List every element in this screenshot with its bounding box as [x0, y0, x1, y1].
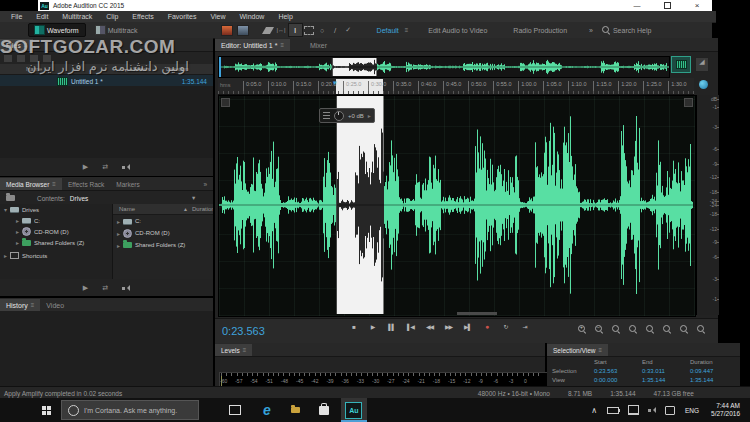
media-col-name[interactable]: Name	[119, 206, 135, 212]
fast-forward-button[interactable]: ▶▶	[442, 323, 455, 330]
levels-menu-icon[interactable]: ≡	[243, 347, 247, 353]
media-tab-overflow[interactable]: »	[197, 178, 213, 190]
expand-icon[interactable]: ▸	[4, 252, 7, 259]
expand-icon[interactable]: ▸	[117, 242, 120, 249]
contents-dropdown-icon[interactable]: ▾	[192, 194, 195, 202]
expand-icon[interactable]: ▸	[117, 230, 120, 237]
sv-view-start[interactable]: 0:00.000	[594, 377, 642, 383]
zoom-navigator-icon[interactable]	[699, 80, 708, 89]
spectral-pitch-display-button[interactable]	[238, 26, 248, 35]
menu-favorites[interactable]: Favorites	[161, 13, 204, 20]
search-help-field[interactable]: Search Help	[613, 27, 652, 34]
move-playhead-previous-button[interactable]: ▌◀	[404, 323, 417, 330]
expand-icon[interactable]: ▸	[16, 239, 19, 246]
tree-item-shared[interactable]: ▸ Shared Folders (Z)	[0, 237, 112, 248]
files-panel-menu-icon[interactable]: ≡	[24, 42, 28, 48]
sv-selection-duration[interactable]: 0:09.447	[690, 368, 740, 374]
tab-markers[interactable]: Markers	[110, 178, 145, 190]
action-center-icon[interactable]	[665, 406, 675, 415]
preview-speaker-icon[interactable]	[122, 285, 130, 292]
zoom-out-button[interactable]: −	[594, 324, 604, 334]
menu-effects[interactable]: Effects	[125, 13, 160, 20]
workspace-edit-audio-to-video-button[interactable]: Edit Audio to Video	[428, 27, 487, 34]
tab-levels[interactable]: Levels ≡	[215, 344, 252, 356]
playhead-caret-icon[interactable]: ▾	[333, 79, 337, 87]
marquee-selection-tool-button[interactable]	[303, 24, 316, 36]
file-explorer-icon[interactable]	[291, 407, 300, 413]
tree-item-cdrom[interactable]: ▸ CD-ROM (D)	[0, 226, 112, 237]
sv-selection-end[interactable]: 0:33.011	[642, 368, 690, 374]
tree-item-c[interactable]: ▸ C:	[0, 215, 112, 226]
network-icon[interactable]	[628, 405, 639, 415]
zoom-full-button[interactable]	[696, 324, 706, 334]
filter-icon[interactable]	[43, 55, 51, 62]
close-button[interactable]: ×	[686, 1, 708, 10]
tab-history[interactable]: History ≡	[0, 299, 40, 311]
amplitude-ruler[interactable]: dB -1-1-3-3-6-6-9-9-12-12-18-18-24-24	[696, 95, 719, 315]
menu-clip[interactable]: Clip	[99, 13, 125, 20]
sv-view-end[interactable]: 1:35.144	[642, 377, 690, 383]
tab-media-browser[interactable]: Media Browser ≡	[0, 178, 62, 190]
media-list-header[interactable]: Name ▲ Duration	[113, 204, 213, 215]
battery-icon[interactable]	[607, 407, 619, 414]
preview-play-button[interactable]: ▶	[83, 163, 88, 171]
editor-menu-icon[interactable]: ≡	[280, 42, 284, 48]
waveform-grabber-icon[interactable]	[221, 98, 230, 107]
slip-tool-button[interactable]: |↔|	[275, 24, 288, 36]
contents-dropdown[interactable]: Drives	[70, 195, 88, 202]
menu-file[interactable]: File	[4, 13, 29, 20]
list-item-cdrom[interactable]: ▸ CD-ROM (D)	[113, 227, 213, 239]
menu-multitrack[interactable]: Multitrack	[55, 13, 99, 20]
main-waveform[interactable]	[219, 96, 693, 314]
skip-selection-button[interactable]: ⇥	[518, 323, 531, 330]
preview-loop-button[interactable]: ⇄	[102, 284, 108, 292]
waveform-display[interactable]: +0 dB ▸	[218, 95, 696, 317]
clock[interactable]: 7:44 AM 5/27/2016	[711, 402, 740, 418]
files-col-duration[interactable]: Duration	[166, 66, 189, 72]
time-selection-tool-button[interactable]: I	[288, 23, 303, 37]
workspace-default-button[interactable]: Default	[377, 27, 399, 34]
show-waveform-button[interactable]	[671, 56, 691, 73]
line-tool-button[interactable]: /	[329, 24, 342, 36]
zoom-in-amplitude-button[interactable]	[645, 324, 655, 334]
files-column-header[interactable]: Name ▾ Status Duration	[0, 64, 213, 75]
tree-item-shortcuts[interactable]: ▸ Shortcuts	[0, 250, 112, 261]
menu-window[interactable]: Window	[232, 13, 271, 20]
audition-taskbar-button[interactable]: Au	[341, 398, 367, 422]
windows-store-icon[interactable]	[319, 406, 329, 415]
volume-icon[interactable]	[648, 407, 656, 414]
list-item-c[interactable]: ▸ C:	[113, 215, 213, 227]
time-display[interactable]: 0:23.563	[222, 325, 265, 337]
tab-mixer[interactable]: Mixer	[304, 39, 333, 51]
waveform-corner-icon[interactable]	[684, 98, 693, 107]
play-button[interactable]: ▶	[366, 323, 379, 330]
timeline-ruler[interactable]: hms 0:05.00:10.00:15.00:20.00:25.00:30.0…	[218, 78, 694, 95]
import-file-icon[interactable]	[4, 55, 12, 62]
tab-effects-rack[interactable]: Effects Rack	[62, 178, 110, 190]
waveform-view-button[interactable]: Waveform	[28, 23, 86, 37]
expand-icon[interactable]: ▸	[16, 228, 19, 235]
paintbrush-tool-button[interactable]: ✓	[342, 24, 355, 36]
collapse-icon[interactable]: ▾	[4, 206, 7, 213]
workspace-menu-icon[interactable]: ≡	[405, 27, 409, 33]
cortana-search-box[interactable]: I'm Cortana. Ask me anything.	[61, 400, 199, 420]
hud-expand-icon[interactable]: ▸	[368, 112, 371, 119]
menu-edit[interactable]: Edit	[29, 13, 55, 20]
stop-button[interactable]: ■	[347, 324, 360, 330]
media-col-duration[interactable]: Duration	[192, 206, 213, 212]
insert-multitrack-icon[interactable]	[30, 55, 38, 62]
list-item-shared[interactable]: ▸ Shared Folders (Z)	[113, 239, 213, 251]
show-spectral-button[interactable]: ◢	[695, 57, 709, 72]
selection-view-menu-icon[interactable]: ≡	[599, 347, 603, 353]
sv-selection-start[interactable]: 0:23.563	[594, 368, 642, 374]
tray-chevron-icon[interactable]: ∧	[591, 406, 597, 415]
edge-browser-icon[interactable]: e	[263, 402, 271, 418]
move-playhead-next-button[interactable]: ▶▌	[461, 323, 474, 330]
zoom-in-button[interactable]: +	[577, 324, 587, 334]
record-button[interactable]: ●	[480, 323, 493, 330]
pause-button[interactable]: ▌▌	[385, 324, 398, 330]
preview-speaker-icon[interactable]	[122, 164, 130, 171]
files-col-name[interactable]: Name	[26, 66, 42, 72]
zoom-out-time-button[interactable]	[628, 324, 638, 334]
razor-tool-button[interactable]	[262, 24, 275, 36]
